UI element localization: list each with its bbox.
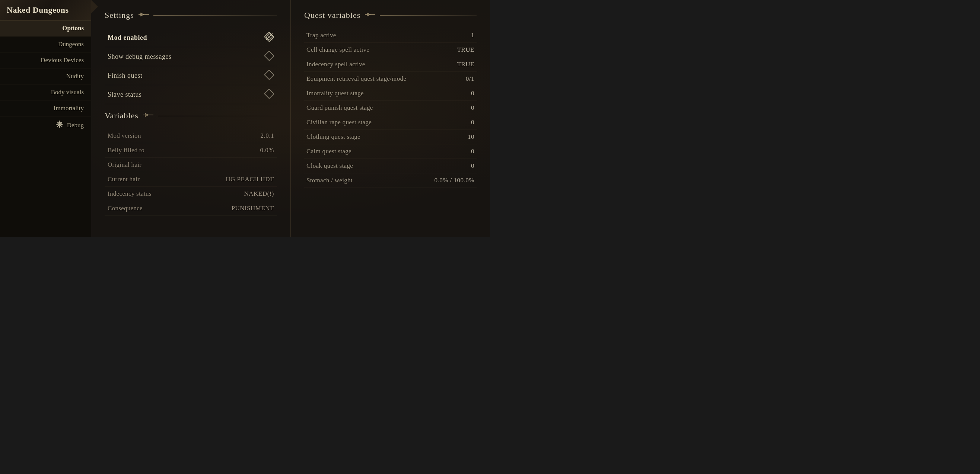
setting-toggle-slave-status[interactable] — [264, 89, 274, 100]
quest-value-imortality-quest: 0 — [471, 90, 474, 97]
var-value-current-hair: HG PEACH HDT — [226, 176, 274, 183]
debug-icon — [56, 120, 63, 130]
quest-value-trap-active: 1 — [471, 32, 474, 39]
var-value-mod-version: 2.0.1 — [261, 132, 274, 140]
main-content: Settings Mod enabled Show debug messages… — [91, 0, 490, 237]
var-row-mod-version: Mod version2.0.1 — [105, 129, 277, 143]
quest-value-civilian-rape: 0 — [471, 119, 474, 126]
quest-row-imortality-quest: Imortality quest stage0 — [304, 86, 477, 101]
quest-label-stomach-weight: Stomach / weight — [306, 177, 353, 184]
setting-label-finish-quest: Finish quest — [108, 72, 143, 79]
sidebar-item-dungeons[interactable]: Dungeons — [0, 36, 91, 52]
quest-row-civilian-rape: Civilian rape quest stage0 — [304, 115, 477, 130]
quest-value-cloak-quest: 0 — [471, 162, 474, 170]
setting-label-mod-enabled: Mod enabled — [108, 34, 147, 42]
quest-value-cell-change-spell: TRUE — [457, 46, 474, 54]
quest-row-stomach-weight: Stomach / weight0.0% / 100.0% — [304, 173, 477, 188]
quest-label-civilian-rape: Civilian rape quest stage — [306, 119, 372, 126]
setting-toggle-mod-enabled[interactable] — [264, 32, 274, 43]
quest-value-stomach-weight: 0.0% / 100.0% — [434, 177, 474, 184]
quest-row-cell-change-spell: Cell change spell activeTRUE — [304, 43, 477, 57]
sidebar-item-label-devious-devices: Devious Devices — [41, 57, 84, 63]
var-value-belly-filled: 0.0% — [260, 147, 274, 154]
settings-items: Mod enabled Show debug messages Finish q… — [105, 28, 277, 104]
quest-value-indecency-spell: TRUE — [457, 61, 474, 68]
setting-row-slave-status[interactable]: Slave status — [105, 85, 277, 104]
variables-items: Mod version2.0.1Belly filled to0.0%Origi… — [105, 129, 277, 216]
setting-row-show-debug[interactable]: Show debug messages — [105, 47, 277, 66]
quest-label-guard-punish: Guard punish quest stage — [306, 104, 373, 112]
settings-panel: Settings Mod enabled Show debug messages… — [91, 0, 291, 237]
quest-title: Quest variables — [304, 10, 360, 20]
variables-header-line — [158, 116, 277, 116]
settings-header: Settings — [105, 10, 277, 20]
quest-label-clothing-quest: Clothing quest stage — [306, 133, 360, 141]
quest-row-cloak-quest: Cloak quest stage0 — [304, 159, 477, 173]
quest-header-line — [380, 15, 477, 16]
quest-value-calm-quest: 0 — [471, 148, 474, 155]
sidebar-item-options[interactable]: Options — [0, 21, 91, 36]
quest-value-guard-punish: 0 — [471, 104, 474, 112]
sidebar: Naked Dungeons OptionsDungeonsDevious De… — [0, 0, 91, 237]
quest-value-equipment-retrieval: 0/1 — [466, 75, 474, 82]
quest-label-indecency-spell: Indecency spell active — [306, 61, 365, 68]
quest-row-equipment-retrieval: Equipment retrieval quest stage/mode0/1 — [304, 72, 477, 86]
sidebar-item-label-immortality: Immortality — [54, 105, 84, 112]
quest-label-imortality-quest: Imortality quest stage — [306, 90, 364, 97]
settings-header-line — [153, 15, 277, 16]
var-value-indecency-status: NAKED(!) — [244, 190, 274, 198]
quest-value-clothing-quest: 10 — [468, 133, 474, 141]
setting-toggle-show-debug[interactable] — [264, 51, 274, 62]
quest-items: Trap active1Cell change spell activeTRUE… — [304, 28, 477, 188]
variables-header-icon — [143, 112, 153, 120]
var-label-current-hair: Current hair — [108, 176, 140, 183]
quest-row-indecency-spell: Indecency spell activeTRUE — [304, 57, 477, 72]
variables-title: Variables — [105, 111, 138, 120]
setting-label-show-debug: Show debug messages — [108, 53, 171, 61]
setting-toggle-finish-quest[interactable] — [264, 70, 274, 81]
sidebar-item-label-debug: Debug — [67, 122, 84, 129]
var-value-consequence: PUNISHMENT — [231, 205, 274, 212]
quest-label-calm-quest: Calm quest stage — [306, 148, 352, 155]
var-row-consequence: ConsequencePUNISHMENT — [105, 201, 277, 216]
quest-row-clothing-quest: Clothing quest stage10 — [304, 130, 477, 144]
quest-row-guard-punish: Guard punish quest stage0 — [304, 101, 477, 115]
sidebar-item-immortality[interactable]: Immortality — [0, 100, 91, 116]
quest-header: Quest variables — [304, 10, 477, 20]
sidebar-item-label-options: Options — [62, 25, 84, 32]
quest-label-equipment-retrieval: Equipment retrieval quest stage/mode — [306, 75, 406, 82]
var-row-current-hair: Current hairHG PEACH HDT — [105, 172, 277, 187]
var-row-indecency-status: Indecency statusNAKED(!) — [105, 187, 277, 201]
svg-rect-14 — [264, 51, 274, 60]
var-label-indecency-status: Indecency status — [108, 190, 151, 198]
var-label-belly-filled: Belly filled to — [108, 147, 145, 154]
quest-row-calm-quest: Calm quest stage0 — [304, 144, 477, 159]
quest-label-cloak-quest: Cloak quest stage — [306, 162, 353, 170]
sidebar-item-label-nudity: Nudity — [66, 73, 84, 79]
var-label-mod-version: Mod version — [108, 132, 141, 140]
var-label-consequence: Consequence — [108, 205, 143, 212]
quest-panel: Quest variables Trap active1Cell change … — [291, 0, 490, 237]
quest-label-cell-change-spell: Cell change spell active — [306, 46, 369, 54]
setting-label-slave-status: Slave status — [108, 91, 142, 98]
sidebar-item-devious-devices[interactable]: Devious Devices — [0, 52, 91, 68]
settings-header-icon — [138, 11, 149, 20]
variables-header: Variables — [105, 111, 277, 120]
setting-row-mod-enabled[interactable]: Mod enabled — [105, 28, 277, 47]
var-row-original-hair: Original hair — [105, 158, 277, 172]
var-row-belly-filled: Belly filled to0.0% — [105, 143, 277, 158]
app-title: Naked Dungeons — [0, 0, 91, 21]
sidebar-arrow — [91, 0, 98, 13]
sidebar-item-label-body-visuals: Body visuals — [51, 89, 84, 96]
sidebar-item-debug[interactable]: Debug — [0, 116, 91, 134]
svg-rect-15 — [264, 70, 274, 79]
sidebar-item-label-dungeons: Dungeons — [58, 41, 84, 48]
quest-label-trap-active: Trap active — [306, 32, 336, 39]
sidebar-item-nudity[interactable]: Nudity — [0, 68, 91, 84]
sidebar-item-body-visuals[interactable]: Body visuals — [0, 84, 91, 100]
settings-title: Settings — [105, 10, 134, 20]
svg-rect-16 — [264, 89, 274, 98]
quest-header-icon — [365, 11, 375, 20]
variables-section: Variables Mod version2.0.1Belly filled t… — [105, 111, 277, 216]
setting-row-finish-quest[interactable]: Finish quest — [105, 66, 277, 85]
